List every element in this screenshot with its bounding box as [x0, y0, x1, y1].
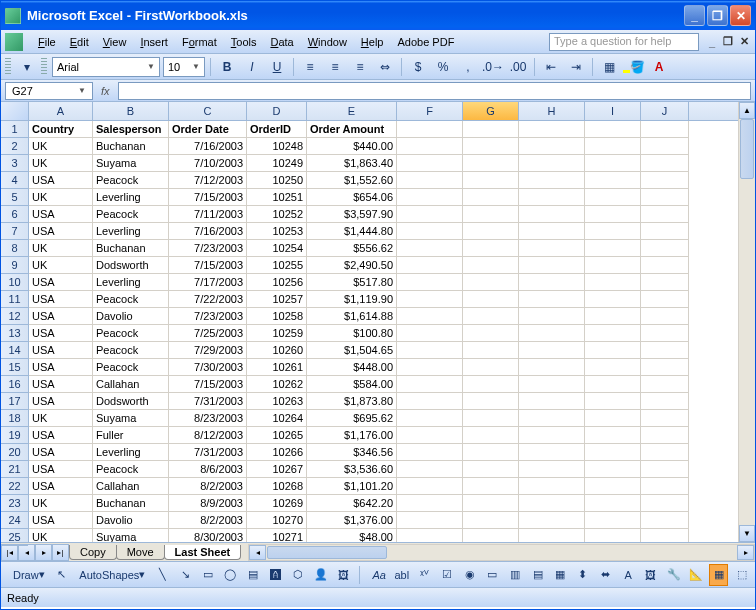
row-header-11[interactable]: 11	[1, 291, 28, 308]
cell-B19[interactable]: Fuller	[93, 427, 169, 444]
cell-B17[interactable]: Dodsworth	[93, 393, 169, 410]
cell-B13[interactable]: Peacock	[93, 325, 169, 342]
cell-H14[interactable]	[519, 342, 585, 359]
cell-E22[interactable]: $1,101.20	[307, 478, 397, 495]
cell-J23[interactable]	[641, 495, 689, 512]
cell-C21[interactable]: 8/6/2003	[169, 461, 247, 478]
cell-D3[interactable]: 10249	[247, 155, 307, 172]
tab-nav-last[interactable]: ▸|	[52, 544, 69, 561]
cell-I13[interactable]	[585, 325, 641, 342]
cell-A13[interactable]: USA	[29, 325, 93, 342]
cell-A12[interactable]: USA	[29, 308, 93, 325]
design-mode-button[interactable]: 📐	[687, 564, 706, 586]
menu-data[interactable]: Data	[263, 34, 300, 50]
scroll-up-arrow[interactable]: ▲	[739, 102, 755, 119]
abl-button[interactable]: abl	[393, 564, 412, 586]
cell-C23[interactable]: 8/9/2003	[169, 495, 247, 512]
wordart-button[interactable]: 🅰	[266, 564, 285, 586]
row-header-3[interactable]: 3	[1, 155, 28, 172]
cell-G24[interactable]	[463, 512, 519, 529]
cell-F18[interactable]	[397, 410, 463, 427]
cell-D15[interactable]: 10261	[247, 359, 307, 376]
cell-G7[interactable]	[463, 223, 519, 240]
close-button[interactable]: ✕	[730, 5, 751, 26]
column-header-B[interactable]: B	[93, 102, 169, 120]
cell-H4[interactable]	[519, 172, 585, 189]
cell-A21[interactable]: USA	[29, 461, 93, 478]
cell-H5[interactable]	[519, 189, 585, 206]
cell-B3[interactable]: Suyama	[93, 155, 169, 172]
cell-H18[interactable]	[519, 410, 585, 427]
cell-C7[interactable]: 7/16/2003	[169, 223, 247, 240]
increase-decimal-button[interactable]: .0→	[482, 56, 504, 78]
cell-I25[interactable]	[585, 529, 641, 542]
cell-B5[interactable]: Leverling	[93, 189, 169, 206]
cell-C10[interactable]: 7/17/2003	[169, 274, 247, 291]
cell-I21[interactable]	[585, 461, 641, 478]
cell-D12[interactable]: 10258	[247, 308, 307, 325]
cell-A14[interactable]: USA	[29, 342, 93, 359]
cell-G23[interactable]	[463, 495, 519, 512]
cell-H3[interactable]	[519, 155, 585, 172]
cell-H9[interactable]	[519, 257, 585, 274]
cell-F2[interactable]	[397, 138, 463, 155]
scroll-right-arrow[interactable]: ▸	[737, 545, 754, 560]
cell-F16[interactable]	[397, 376, 463, 393]
cell-J16[interactable]	[641, 376, 689, 393]
align-left-button[interactable]: ≡	[299, 56, 321, 78]
oval-button[interactable]: ◯	[221, 564, 240, 586]
image-button[interactable]: 🖼	[642, 564, 661, 586]
cell-A4[interactable]: USA	[29, 172, 93, 189]
cell-B8[interactable]: Buchanan	[93, 240, 169, 257]
row-header-18[interactable]: 18	[1, 410, 28, 427]
cell-B16[interactable]: Callahan	[93, 376, 169, 393]
column-header-H[interactable]: H	[519, 102, 585, 120]
arrow-button[interactable]: ↘	[176, 564, 195, 586]
select-objects-button[interactable]: ↖	[53, 564, 72, 586]
cell-G21[interactable]	[463, 461, 519, 478]
cell-C17[interactable]: 7/31/2003	[169, 393, 247, 410]
row-header-23[interactable]: 23	[1, 495, 28, 512]
cell-J8[interactable]	[641, 240, 689, 257]
cell-H25[interactable]	[519, 529, 585, 542]
cell-J1[interactable]	[641, 121, 689, 138]
horizontal-scrollbar[interactable]: ◂ ▸	[248, 544, 755, 561]
cell-G6[interactable]	[463, 206, 519, 223]
cell-B9[interactable]: Dodsworth	[93, 257, 169, 274]
menu-insert[interactable]: Insert	[133, 34, 175, 50]
cell-G3[interactable]	[463, 155, 519, 172]
cell-C16[interactable]: 7/15/2003	[169, 376, 247, 393]
cell-F11[interactable]	[397, 291, 463, 308]
doc-restore-button[interactable]: ❐	[721, 35, 735, 49]
cell-J6[interactable]	[641, 206, 689, 223]
toolbar-grip-2[interactable]	[41, 58, 47, 76]
cell-H17[interactable]	[519, 393, 585, 410]
cell-C13[interactable]: 7/25/2003	[169, 325, 247, 342]
cell-F14[interactable]	[397, 342, 463, 359]
align-center-button[interactable]: ≡	[324, 56, 346, 78]
cell-I24[interactable]	[585, 512, 641, 529]
italic-button[interactable]: I	[241, 56, 263, 78]
cell-G4[interactable]	[463, 172, 519, 189]
cell-I10[interactable]	[585, 274, 641, 291]
fx-icon[interactable]: fx	[101, 85, 110, 97]
cell-F22[interactable]	[397, 478, 463, 495]
row-header-19[interactable]: 19	[1, 427, 28, 444]
cell-G8[interactable]	[463, 240, 519, 257]
column-header-I[interactable]: I	[585, 102, 641, 120]
cell-F9[interactable]	[397, 257, 463, 274]
cell-B22[interactable]: Callahan	[93, 478, 169, 495]
cell-J3[interactable]	[641, 155, 689, 172]
minimize-button[interactable]: _	[684, 5, 705, 26]
cell-D10[interactable]: 10256	[247, 274, 307, 291]
cell-B14[interactable]: Peacock	[93, 342, 169, 359]
cell-E7[interactable]: $1,444.80	[307, 223, 397, 240]
cell-E9[interactable]: $2,490.50	[307, 257, 397, 274]
tab-nav-next[interactable]: ▸	[35, 544, 52, 561]
cell-J9[interactable]	[641, 257, 689, 274]
cell-B23[interactable]: Buchanan	[93, 495, 169, 512]
fill-color-button[interactable]: 🪣	[623, 56, 645, 78]
textbox-button[interactable]: ▤	[244, 564, 263, 586]
cell-D24[interactable]: 10270	[247, 512, 307, 529]
cell-F25[interactable]	[397, 529, 463, 542]
